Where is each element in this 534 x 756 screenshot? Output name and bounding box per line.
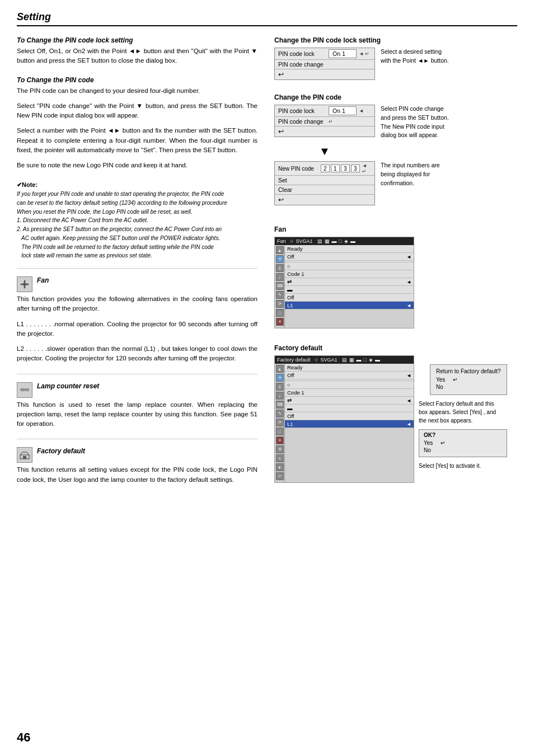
- lamp-icon-row: 0000 Lamp counter reset: [17, 382, 257, 398]
- fan-row-circle: ○: [285, 262, 414, 270]
- pin-new-dialog-row: New PIN code 2 1 3 3 ◄ ↵ Set: [274, 161, 517, 209]
- f-sidebar-2: ☀: [276, 374, 284, 382]
- return-no-label: No: [436, 384, 453, 390]
- fan-heading: Fan: [37, 276, 49, 284]
- note-line-7: The PIN code will be returned to the fac…: [17, 244, 214, 250]
- ok-no-label: No: [424, 447, 441, 453]
- factory-annotation2: Select [Yes] to activate it.: [419, 462, 497, 470]
- right-factory: Factory default Factory default ☆ SVGA1 …: [274, 344, 517, 489]
- pin-set-row: Set: [275, 176, 374, 185]
- f-sidebar-6: ✎: [276, 410, 284, 417]
- factory-icon: [17, 447, 32, 463]
- right-pin-change-title: Change the PIN code: [274, 93, 517, 101]
- pin-change-section: To Change the PIN code The PIN code can …: [17, 76, 257, 171]
- fan-menu-svga: SVGA1: [296, 238, 313, 244]
- f-row-off: Off ◄: [285, 372, 414, 379]
- pin-lock-annotation: Select a desired setting with the Point …: [381, 48, 453, 65]
- pin-change-heading: To Change the PIN code: [17, 76, 257, 84]
- fan-l2: L2 . . . . . .slower operation than the …: [17, 344, 257, 364]
- fan-icon: [17, 276, 32, 292]
- return-dialog-title: Return to Factory default?: [436, 368, 501, 374]
- lamp-section: 0000 Lamp counter reset This function is…: [17, 382, 257, 429]
- ok-no-row: No: [424, 447, 502, 453]
- pin-change-dialog1: PIN code lock On 1 ◄ PIN code change ↵ ↩: [274, 105, 375, 137]
- fan-row-box: ▬: [285, 286, 414, 294]
- note-label: ✔Note:: [17, 181, 38, 188]
- f-row-code1: Code 1: [285, 389, 414, 397]
- sidebar-icon-5: ⌨: [276, 282, 284, 290]
- f-row-bar: ▬: [285, 405, 414, 412]
- fan-row-off2: Off: [285, 294, 414, 302]
- fan-menu-icon-sun: ☆: [289, 238, 294, 244]
- topbar-icon4: □: [339, 238, 342, 244]
- note-line-8: lock state will remain the same as previ…: [17, 252, 152, 259]
- factory-heading: Factory default: [37, 447, 85, 455]
- f-sidebar-13: ↩: [276, 472, 284, 480]
- factory-right-side: Return to Factory default? Yes ↵ No Sele…: [419, 364, 507, 470]
- ok-label: OK?: [424, 432, 502, 438]
- right-fan: Fan Fan ☆ SVGA1 ▤ ▦ ▬ □ ◈ ▬: [274, 226, 517, 334]
- factory-main-row: Factory default ☆ SVGA1 ▤ ▦ ▬ □ ◈ ▬: [274, 355, 517, 489]
- f-sidebar-7: ⟳: [276, 419, 284, 426]
- pin-digits: 2 1 3 3: [321, 165, 360, 172]
- pin-lock-heading: To Change the PIN code lock setting: [17, 36, 257, 44]
- fan-row-fan2: ⇄ ◄: [285, 278, 414, 286]
- fan-menu-topbar: Fan ☆ SVGA1 ▤ ▦ ▬ □ ◈ ▬: [275, 237, 414, 245]
- fan-text1: This function provides you the following…: [17, 294, 257, 314]
- f-row-ready: Ready: [285, 364, 414, 372]
- f-sidebar-3: 3: [276, 383, 284, 391]
- sidebar-icon-ready: ☀: [276, 255, 284, 263]
- ok-yes-row: Yes ↵: [424, 440, 502, 446]
- pin-lock-label: PIN code lock: [278, 50, 329, 57]
- sidebar-icon-up: ▲: [276, 246, 284, 254]
- note-line-5: 2. As pressing the SET button on the pro…: [17, 226, 222, 232]
- right-fan-title: Fan: [274, 226, 517, 233]
- sidebar-icon-9: ✕: [276, 318, 284, 326]
- pin-lock-dialog-row: PIN code lock On 1 ◄ ↵ PIN code change ↩…: [274, 48, 517, 83]
- svg-line-2: [20, 452, 22, 455]
- f-sidebar-5: ⌨: [276, 401, 284, 408]
- fan-row-l1: L1 ◄: [285, 302, 414, 309]
- f-sidebar-1: ▲: [276, 365, 284, 373]
- pin-change-label: PIN code change: [278, 61, 329, 68]
- f-row-circle: ○: [285, 381, 414, 389]
- return-yes-label: Yes: [436, 377, 453, 383]
- factory-section: Factory default This function returns al…: [17, 447, 257, 485]
- f-sidebar-8: □: [276, 428, 284, 435]
- pin-lock-text: Select Off, On1, or On2 with the Point ◄…: [17, 46, 257, 66]
- f-row-off2: Off: [285, 412, 414, 420]
- right-pin-change: Change the PIN code PIN code lock On 1 ◄…: [274, 93, 517, 209]
- pin-lock-section: To Change the PIN code lock setting Sele…: [17, 36, 257, 66]
- down-arrow-pin: ▼: [319, 145, 517, 158]
- page-title: Setting: [17, 11, 51, 22]
- return-yes-row: Yes ↵: [436, 377, 501, 383]
- note-line-1: If you forget your PIN code and unable t…: [17, 191, 224, 197]
- f-sidebar-11: ≡: [276, 454, 284, 462]
- fan-menu-screenshot: Fan ☆ SVGA1 ▤ ▦ ▬ □ ◈ ▬ ▲ ☀: [274, 237, 414, 328]
- note-line-4: 1. Disconnect the AC Power Cord from the…: [17, 217, 148, 223]
- quit-icon: ↩: [278, 71, 284, 78]
- note-line-6: AC outlet again. Keep pressing the SET b…: [17, 235, 220, 241]
- f-sidebar-10: ⚙: [276, 445, 284, 453]
- pin-change-d1-row1: PIN code lock On 1 ◄: [275, 105, 374, 117]
- pin-change-annotation1: Select PIN code change and press the SET…: [381, 105, 453, 140]
- sidebar-icon-8: □: [276, 309, 284, 317]
- f-sidebar-12: ▼: [276, 463, 284, 471]
- right-pin-lock: Change the PIN code lock setting PIN cod…: [274, 36, 517, 83]
- fan-icon-row: Fan: [17, 276, 257, 292]
- factory-menu-label: Factory default: [277, 357, 311, 363]
- topbar-icon2: ▦: [325, 238, 330, 244]
- left-column: To Change the PIN code lock setting Sele…: [17, 36, 257, 499]
- fan-section: Fan This function provides you the follo…: [17, 276, 257, 364]
- factory-menu-main: Ready Off ◄: [285, 364, 414, 482]
- factory-icon-row: Factory default: [17, 447, 257, 463]
- fan-row-off: Off ◄: [285, 253, 414, 261]
- fan-menu-body: ▲ ☀ 3 ♪ ⌨ ✎ ⟳ □ ✕ Ready: [275, 245, 414, 328]
- pin-change-dialog1-row: PIN code lock On 1 ◄ PIN code change ↵ ↩…: [274, 105, 517, 140]
- note-line-3: When you reset the PIN code, the Logo PI…: [17, 209, 193, 215]
- fan-menu-sidebar: ▲ ☀ 3 ♪ ⌨ ✎ ⟳ □ ✕: [275, 245, 285, 328]
- pin-lock-value: On 1: [329, 49, 357, 58]
- sidebar-icon-3: 3: [276, 264, 284, 272]
- note-line-2: can be reset to the factory default sett…: [17, 200, 227, 206]
- pin-change-d1-row2: PIN code change ↵: [275, 117, 374, 126]
